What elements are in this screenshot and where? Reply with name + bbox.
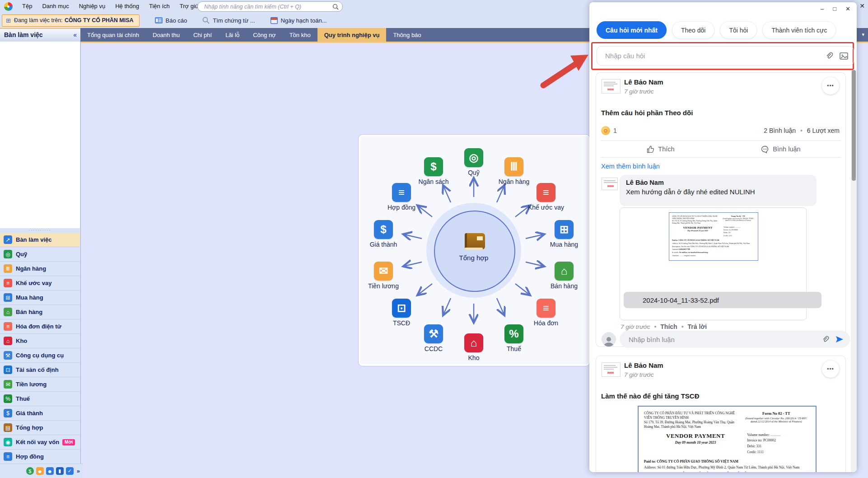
diagram-node-ngan-sach[interactable]: $ Ngân sách [409,157,458,185]
sidebar-item-thue[interactable]: % Thuế [0,392,80,406]
sidebar-item-hop-dong[interactable]: ≡ Hợp đồng [0,450,80,464]
comment-input-box[interactable] [620,331,850,348]
tab-cau-hoi-moi-nhat[interactable]: Câu hỏi mới nhất [597,21,667,39]
diagram-node-tscd[interactable]: ⊡ TSCĐ [377,299,426,327]
avatar[interactable] [602,362,621,377]
new-badge: Mới [62,439,75,445]
avatar[interactable] [602,79,621,94]
views-count: 6 Lượt xem [807,127,840,134]
tab-theo-doi[interactable]: Theo dõi [672,21,714,39]
tab-tong-quan-tai-chinh[interactable]: Tổng quan tài chính [80,28,146,42]
sidebar-item-ban-hang[interactable]: ⌂ Bán hàng [0,305,80,319]
diagram-node-ngan-hang[interactable]: Ⅲ Ngân hàng [489,157,539,185]
menu-tep[interactable]: Tệp [17,0,37,13]
sidebar-item-tien-luong[interactable]: ✉ Tiền lương [0,377,80,392]
reaction-emoji-icon[interactable]: ☺ [601,126,610,135]
post-menu-button[interactable]: ••• [822,77,839,94]
maximize-icon[interactable]: □ [833,6,836,12]
menu-tien-ich[interactable]: Tiện ích [144,0,175,13]
collapse-sidebar-icon[interactable]: « [73,31,77,38]
report-label: Báo cáo [166,17,187,24]
sidebar-item-ngan-hang[interactable]: Ⅲ Ngân hàng [0,262,80,276]
view-more-comments-link[interactable]: Xem thêm bình luận [601,163,660,170]
post-author[interactable]: Lê Bảo Nam [624,78,663,86]
sidebar-more-icon[interactable]: » [77,468,80,474]
attach-file-icon[interactable] [826,52,833,60]
doc-form-note: (Issued together with Circular No. 200/2… [721,218,755,221]
org-icon: ⊞ [6,17,11,24]
tab-chi-phi[interactable]: Chi phí [187,28,219,42]
post-author[interactable]: Lê Bảo Nam [624,361,663,369]
sidebar-item-khe-uoc-vay[interactable]: ≡ Khế ước vay [0,276,80,291]
diagram-node-ban-hang[interactable]: ⌂ Bán hàng [539,262,589,290]
diagram-node-tien-luong[interactable]: ✉ Tiền lương [359,262,408,290]
feature-search-input[interactable] [203,3,332,10]
tab-ton-kho[interactable]: Tồn kho [283,28,317,42]
diagram-node-hop-dong[interactable]: ≡ Hợp đồng [377,183,426,211]
find-voucher-button[interactable]: Tìm chứng từ ... [202,17,255,24]
comment-button[interactable]: Bình luận [721,141,841,157]
comment-like-link[interactable]: Thích [660,323,677,330]
question-input-box[interactable] [597,46,854,66]
attach-image-icon[interactable] [840,52,848,60]
attachment-filename[interactable]: 2024-10-04_11-33-52.pdf [624,292,821,308]
menu-danh-muc[interactable]: Danh mục [37,0,74,13]
sidebar-item-mua-hang[interactable]: ⊞ Mua hàng [0,291,80,305]
panel-scrollbar-thumb[interactable] [852,70,856,181]
comments-count[interactable]: 2 Bình luận [764,127,796,134]
minimize-icon[interactable]: – [821,6,824,12]
sidebar-item-hoa-don-dien-tu[interactable]: ≡ Hóa đơn điện tử [0,319,80,334]
tab-lai-lo[interactable]: Lãi lỗ [219,28,246,42]
find-voucher-label: Tìm chứng từ ... [213,17,255,24]
feature-search[interactable] [197,1,343,12]
attachment-preview[interactable]: CÔNG TY CỔ PHẦN ĐẦU TƯ VÀ PHÁT TRIỂN CÔN… [638,406,817,472]
posting-date-button[interactable]: Ngày hạch toán... [271,17,327,24]
sidebar-item-ket-noi-vay-von[interactable]: ◉ Kết nối vay vốn Mới [0,435,80,450]
diagram-center-circle[interactable] [434,211,515,292]
sidebar-item-quy[interactable]: ◎ Quỹ [0,247,80,262]
send-icon[interactable] [835,336,844,343]
tab-cong-no[interactable]: Công nợ [246,28,282,42]
attach-file-icon[interactable] [822,336,829,343]
attachment-card[interactable]: CÔNG TY CỔ PHẦN ĐẦU TƯ VÀ PHÁT TRIỂN CÔN… [620,207,807,320]
report-button[interactable]: Báo cáo [155,17,187,24]
diagram-node-gia-thanh[interactable]: $ Giá thành [359,220,408,248]
diagram-node-khe-uoc-vay[interactable]: ≡ Khế ước vay [521,183,571,211]
sidebar-item-kho[interactable]: ⌂ Kho [0,334,80,348]
tab-quy-trinh-nghiep-vu[interactable]: Quy trình nghiệp vụ [317,28,387,42]
sidebar-item-cong-cu-dung-cu[interactable]: ⚒ Công cụ dụng cụ [0,348,80,363]
tab-toi-hoi[interactable]: Tôi hỏi [720,21,757,39]
tab-thong-bao[interactable]: Thông báo [386,28,428,42]
tab-thanh-vien-tich-cuc[interactable]: Thành viên tích cực [762,21,836,39]
sidebar-splitter-handle[interactable]: ·········· [0,228,80,233]
working-company-box[interactable]: ⊞ Đang làm việc trên: CÔNG TY CỔ PHẦN MI… [2,14,140,27]
diagram-node-mua-hang[interactable]: ⊞ Mua hàng [539,220,589,248]
menu-he-thong[interactable]: Hệ thống [110,0,144,13]
thumbs-up-icon [647,145,654,153]
like-button[interactable]: Thích [601,141,721,157]
tab-doanh-thu[interactable]: Doanh thu [146,28,187,42]
comment-input[interactable] [628,335,816,344]
employee-icon[interactable]: ☻ [46,467,54,475]
comment-avatar[interactable] [602,178,618,190]
money-bag-icon[interactable]: $ [26,467,34,475]
sidebar-item-gia-thanh[interactable]: $ Giá thành [0,406,80,421]
vehicle-icon[interactable]: ▮ [56,467,64,475]
comment-reply-link[interactable]: Trả lời [688,323,707,330]
question-input[interactable] [604,52,819,60]
comment-author[interactable]: Lê Bảo Nam [626,179,810,186]
close-icon[interactable]: ✕ [845,6,850,12]
diagram-node-hoa-don[interactable]: ≡ Hóa đơn [521,299,571,327]
post-menu-button[interactable]: ••• [822,361,839,378]
sidebar-item-ban-lam-viec[interactable]: ↗ Bàn làm việc [0,233,80,247]
question-post: Lê Bảo Nam 7 giờ trước ••• Thêm câu hỏi … [596,72,846,347]
employee-salary-icon[interactable]: ☻ [36,467,44,475]
doc-company-addr: Số 179, Tổ 39, Đường Hoàng Mai, Phường H… [672,220,717,224]
approval-icon[interactable]: ✓ [66,467,74,475]
app-close-icon[interactable]: ✕ [859,2,865,9]
menu-nghiep-vu[interactable]: Nghiệp vụ [74,0,111,13]
diagram-node-ccdc[interactable]: ⚒ CCDC [409,324,458,352]
sidebar-item-tai-san-co-dinh[interactable]: ⊡ Tài sản cố định [0,363,80,377]
tabbar-overflow-icon[interactable]: ▾ [862,32,864,37]
sidebar-item-tong-hop[interactable]: ▤ Tổng hợp [0,421,80,435]
